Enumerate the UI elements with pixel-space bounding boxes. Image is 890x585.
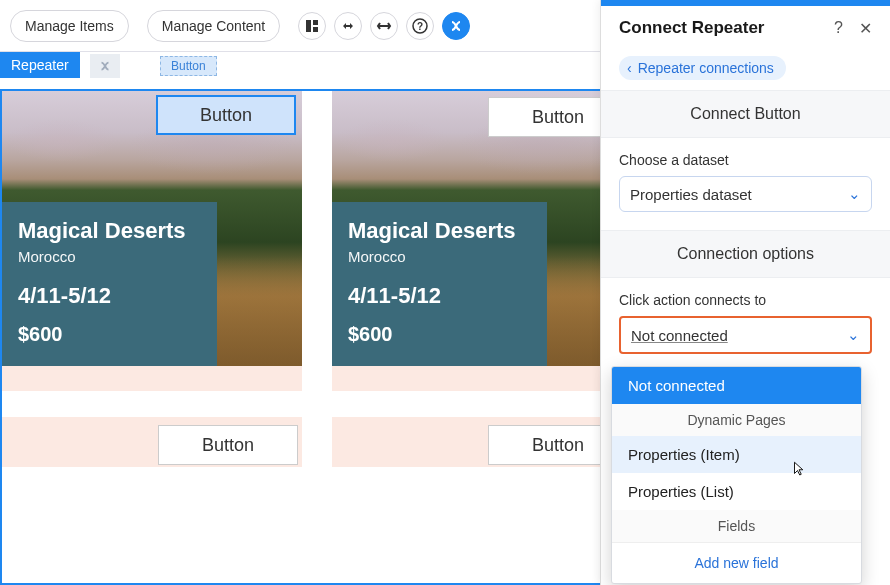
card-image: Button Magical Deserts Morocco 4/11-5/12… (2, 91, 302, 366)
panel-help-icon[interactable]: ? (834, 19, 843, 38)
dropdown-group-dynamic-pages: Dynamic Pages (612, 404, 861, 436)
dropdown-option-properties-item[interactable]: Properties (Item) (612, 436, 861, 473)
card-title: Magical Deserts (18, 218, 201, 244)
card-subtitle: Morocco (18, 248, 201, 265)
dataset-select[interactable]: Properties dataset ⌄ (619, 176, 872, 212)
repeater-item-bottom[interactable]: Button (2, 417, 302, 467)
card-title: Magical Deserts (348, 218, 531, 244)
panel-title: Connect Repeater (619, 18, 834, 38)
animation-icon[interactable] (334, 12, 362, 40)
svg-text:?: ? (417, 21, 423, 32)
panel-close-icon[interactable]: ✕ (859, 19, 872, 38)
card-image: Button Magical Deserts Morocco 4/11-5/12… (332, 91, 632, 366)
card-subtitle: Morocco (348, 248, 531, 265)
card-info-box: Magical Deserts Morocco 4/11-5/12 $600 (2, 202, 217, 366)
section-header-connection-options: Connection options (601, 230, 890, 278)
panel-back-row: ‹ Repeater connections (619, 56, 872, 80)
svg-rect-1 (313, 20, 318, 25)
card-info-box: Magical Deserts Morocco 4/11-5/12 $600 (332, 202, 547, 366)
action-value: Not connected (631, 327, 728, 344)
card-price: $600 (348, 323, 531, 346)
action-field: Click action connects to Not connected ⌄ (601, 278, 890, 372)
card-price: $600 (18, 323, 201, 346)
layout-icon[interactable] (298, 12, 326, 40)
svg-rect-0 (306, 20, 311, 32)
dropdown-option-properties-list[interactable]: Properties (List) (612, 473, 861, 510)
manage-items-button[interactable]: Manage Items (10, 10, 129, 42)
dataset-value: Properties dataset (630, 186, 752, 203)
button-element-tag[interactable]: Button (160, 56, 217, 76)
cursor-icon (790, 460, 808, 482)
repeater-extra-icon[interactable] (90, 54, 120, 78)
card-dates: 4/11-5/12 (18, 283, 201, 309)
dropdown-group-fields: Fields (612, 510, 861, 542)
repeater-tag[interactable]: Repeater (0, 52, 80, 78)
dataset-field: Choose a dataset Properties dataset ⌄ (601, 138, 890, 230)
panel-header: Connect Repeater ? ✕ (601, 6, 890, 50)
back-chip-label: Repeater connections (638, 60, 774, 76)
stretch-icon[interactable] (370, 12, 398, 40)
dataset-label: Choose a dataset (619, 152, 872, 168)
action-select[interactable]: Not connected ⌄ (619, 316, 872, 354)
chevron-down-icon: ⌄ (848, 185, 861, 203)
action-label: Click action connects to (619, 292, 872, 308)
section-header-connect-button: Connect Button (601, 90, 890, 138)
card-button[interactable]: Button (158, 425, 298, 465)
card-dates: 4/11-5/12 (348, 283, 531, 309)
repeater-item[interactable]: Button Magical Deserts Morocco 4/11-5/12… (332, 91, 632, 391)
dropdown-option-not-connected[interactable]: Not connected (612, 367, 861, 404)
repeater-item[interactable]: Button Magical Deserts Morocco 4/11-5/12… (2, 91, 302, 391)
repeater-item-bottom[interactable]: Button (332, 417, 632, 467)
back-chip[interactable]: ‹ Repeater connections (619, 56, 786, 80)
help-icon[interactable]: ? (406, 12, 434, 40)
chevron-left-icon: ‹ (627, 60, 632, 76)
action-dropdown: Not connected Dynamic Pages Properties (… (611, 366, 862, 584)
dropdown-add-new-field[interactable]: Add new field (612, 542, 861, 583)
manage-content-button[interactable]: Manage Content (147, 10, 281, 42)
connect-data-icon[interactable] (442, 12, 470, 40)
chevron-down-icon: ⌄ (847, 326, 860, 344)
toolbar-icon-row: ? (298, 12, 470, 40)
svg-rect-2 (313, 27, 318, 32)
card-button-selected[interactable]: Button (156, 95, 296, 135)
